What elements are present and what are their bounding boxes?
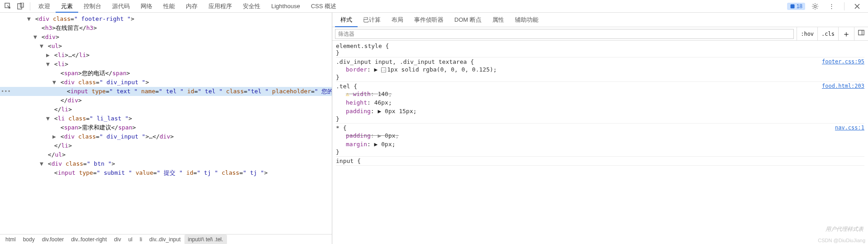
expand-arrow-icon[interactable] xyxy=(52,96,57,105)
main-tab[interactable]: 内存 xyxy=(180,0,203,13)
separator xyxy=(30,2,30,10)
css-rule[interactable]: element.style {} xyxy=(336,43,864,57)
expand-arrow-icon[interactable] xyxy=(46,168,51,177)
styles-tab[interactable]: 辅助功能 xyxy=(509,13,544,27)
dom-node[interactable]: ▼ <div class=" btn "> xyxy=(0,159,332,168)
add-rule-icon[interactable]: ＋ xyxy=(838,27,854,41)
expand-arrow-icon[interactable] xyxy=(33,24,38,33)
styles-tab[interactable]: 属性 xyxy=(487,13,509,27)
main-tab[interactable]: Lighthouse xyxy=(266,0,306,13)
styles-tab[interactable]: 布局 xyxy=(386,13,409,27)
expand-arrow-icon[interactable] xyxy=(40,150,44,159)
css-rule[interactable]: nav.css:1* {padding: ▶ 0px;margin: ▶ 0px… xyxy=(336,124,864,157)
expand-arrow-icon[interactable] xyxy=(59,87,63,96)
breadcrumb-item[interactable]: div xyxy=(110,234,124,244)
expand-arrow-icon[interactable]: ▼ xyxy=(52,78,57,87)
dom-node[interactable]: </div> xyxy=(0,96,332,105)
elements-panel: ▼ <div class=" footer-right "> <h3>在线留言<… xyxy=(0,13,332,244)
breadcrumb-item[interactable]: div..div_input xyxy=(146,234,184,244)
dom-node[interactable]: ▼ <div class=" div_input "> xyxy=(0,78,332,87)
cls-toggle[interactable]: .cls xyxy=(817,27,838,41)
dom-tree[interactable]: ▼ <div class=" footer-right "> <h3>在线留言<… xyxy=(0,13,332,234)
svg-rect-5 xyxy=(859,30,864,35)
dom-node[interactable]: <span>您的电话</span> xyxy=(0,69,332,78)
css-rule[interactable]: input { xyxy=(336,158,864,166)
source-link[interactable]: footer.css:95 xyxy=(822,58,864,65)
breadcrumb-item[interactable]: input#\ tel\ .tel. xyxy=(184,234,227,244)
dom-node[interactable]: </li> xyxy=(0,105,332,114)
expand-arrow-icon[interactable]: ▼ xyxy=(40,159,44,168)
styles-tabs: 样式已计算布局事件侦听器DOM 断点属性辅助功能 xyxy=(332,13,868,27)
main-tab[interactable]: 应用程序 xyxy=(203,0,237,13)
expand-arrow-icon[interactable]: ▶ xyxy=(46,51,51,60)
css-rule[interactable]: food.html:203.tel {⚠ width: 140;height: … xyxy=(336,83,864,124)
dom-node[interactable]: ••• <input type=" text " name=" tel " id… xyxy=(0,87,332,96)
more-menu-icon[interactable]: ⋮ xyxy=(825,0,838,13)
issues-count: 18 xyxy=(797,3,802,10)
dom-node[interactable]: ▼ <ul> xyxy=(0,42,332,51)
main-tab[interactable]: 元素 xyxy=(56,0,78,13)
sidebar-toggle-icon[interactable] xyxy=(854,27,868,41)
hov-toggle[interactable]: :hov xyxy=(797,27,817,41)
dom-node[interactable]: <h3>在线留言</h3> xyxy=(0,24,332,33)
user-agent-label: 用户代理样式表 xyxy=(826,225,863,233)
dom-node[interactable]: ▼ <div class=" footer-right "> xyxy=(0,14,332,24)
css-rule[interactable]: footer.css:95.div_input input, .div_inpu… xyxy=(336,58,864,82)
breadcrumb-item[interactable]: div..footer-right xyxy=(67,234,110,244)
svg-point-4 xyxy=(814,5,816,7)
main-tab[interactable]: 性能 xyxy=(158,0,180,13)
expand-arrow-icon[interactable]: ▼ xyxy=(46,60,51,69)
styles-tab[interactable]: 样式 xyxy=(335,13,358,27)
dom-node[interactable]: ▼ <li> xyxy=(0,60,332,69)
dom-node[interactable]: ▼ <div> xyxy=(0,33,332,42)
settings-icon[interactable] xyxy=(809,0,821,13)
source-link[interactable]: nav.css:1 xyxy=(835,124,864,131)
styles-tab[interactable]: 事件侦听器 xyxy=(409,13,449,27)
styles-tab[interactable]: DOM 断点 xyxy=(449,13,487,27)
filter-row: :hov .cls ＋ xyxy=(332,27,868,41)
expand-arrow-icon[interactable]: ▶ xyxy=(52,132,57,141)
dom-node[interactable]: ▶ <li>…</li> xyxy=(0,51,332,60)
dom-node[interactable]: ▼ <li class=" li_last "> xyxy=(0,114,332,123)
dom-node[interactable]: <input type=" submit " value=" 提交 " id="… xyxy=(0,168,332,177)
dom-node[interactable]: <span>需求和建议</span> xyxy=(0,123,332,132)
styles-rules[interactable]: element.style {}footer.css:95.div_input … xyxy=(332,41,868,244)
expand-arrow-icon[interactable] xyxy=(52,123,57,132)
svg-rect-1 xyxy=(18,4,22,9)
filter-input[interactable] xyxy=(335,29,794,39)
warning-icon: ⚠ xyxy=(346,91,349,97)
main-tab[interactable]: 网络 xyxy=(135,0,158,13)
expand-arrow-icon[interactable] xyxy=(46,105,51,114)
expand-arrow-icon[interactable] xyxy=(46,141,51,150)
main-tab[interactable]: 控制台 xyxy=(78,0,107,13)
expand-arrow-icon[interactable]: ▼ xyxy=(40,42,44,51)
main-tab[interactable]: 欢迎 xyxy=(33,0,56,13)
breadcrumb-item[interactable]: div.footer xyxy=(38,234,67,244)
separator xyxy=(844,2,844,10)
source-link[interactable]: food.html:203 xyxy=(822,83,864,89)
styles-panel: 样式已计算布局事件侦听器DOM 断点属性辅助功能 :hov .cls ＋ ele… xyxy=(332,13,868,244)
device-toggle-icon[interactable] xyxy=(14,0,27,13)
svg-rect-3 xyxy=(790,4,794,8)
inspect-icon[interactable] xyxy=(2,0,14,13)
breadcrumb-item[interactable]: html xyxy=(2,234,19,244)
breadcrumb-item[interactable]: ul xyxy=(125,234,136,244)
breadcrumb: htmlbodydiv.footerdiv..footer-rightdivul… xyxy=(0,234,332,244)
dom-node[interactable]: </li> xyxy=(0,141,332,150)
breadcrumb-item[interactable]: li xyxy=(136,234,146,244)
devtools-toolbar: 欢迎元素控制台源代码网络性能内存应用程序安全性LighthouseCSS 概述 … xyxy=(0,0,868,13)
dom-node[interactable]: ▶ <div class=" div_input ">…</div> xyxy=(0,132,332,141)
expand-arrow-icon[interactable]: ▼ xyxy=(27,14,32,24)
color-swatch-icon[interactable] xyxy=(381,67,386,72)
styles-tab[interactable]: 已计算 xyxy=(358,13,386,27)
main-tab[interactable]: CSS 概述 xyxy=(306,0,342,13)
main-tab[interactable]: 源代码 xyxy=(107,0,135,13)
expand-arrow-icon[interactable]: ▼ xyxy=(46,114,51,123)
expand-arrow-icon[interactable] xyxy=(52,69,57,78)
dom-node[interactable]: </ul> xyxy=(0,150,332,159)
issues-badge[interactable]: 18 xyxy=(787,3,805,10)
expand-arrow-icon[interactable]: ▼ xyxy=(33,33,38,42)
close-icon[interactable] xyxy=(851,0,863,13)
breadcrumb-item[interactable]: body xyxy=(19,234,38,244)
main-tab[interactable]: 安全性 xyxy=(237,0,266,13)
